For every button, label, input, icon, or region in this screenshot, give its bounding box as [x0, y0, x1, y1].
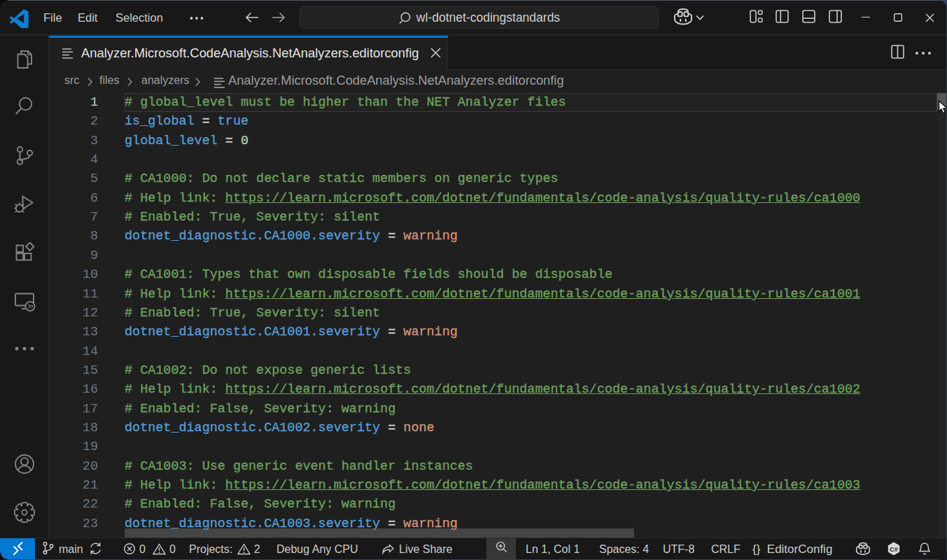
svg-text:C#: C#: [890, 545, 899, 553]
